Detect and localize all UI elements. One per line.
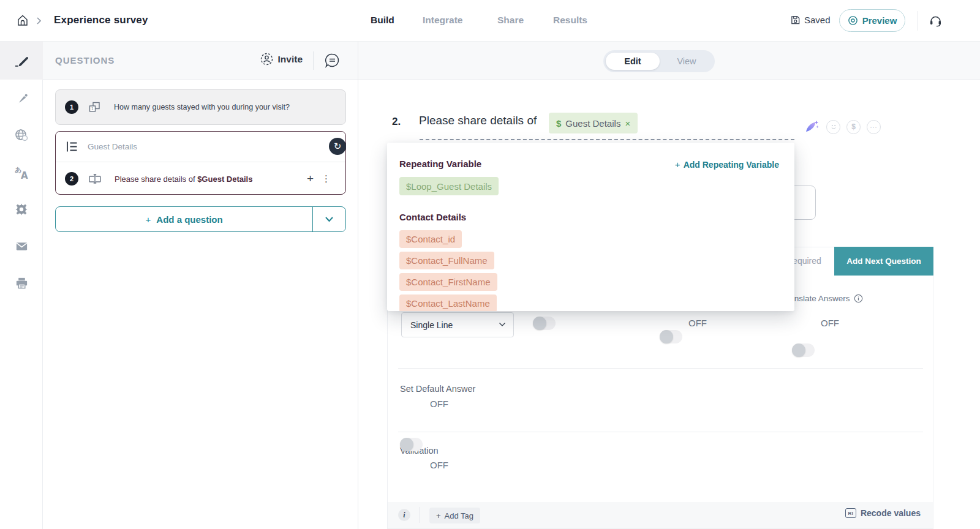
translate-answers-state: OFF <box>821 318 839 328</box>
default-answer-toggle[interactable] <box>400 438 423 451</box>
contact-variable-chip[interactable]: $Contact_id <box>399 230 462 248</box>
tab-integrate[interactable]: Integrate <box>423 15 462 26</box>
tool-rail: あ A <box>0 42 43 529</box>
add-inline-question-icon[interactable]: + <box>307 172 314 186</box>
add-question-dropdown[interactable] <box>312 207 345 231</box>
tab-build[interactable]: Build <box>371 15 394 26</box>
tab-share[interactable]: Share <box>497 15 524 26</box>
edit-view-toggle[interactable]: Edit View <box>603 50 715 72</box>
setting-toggle-1[interactable] <box>533 317 556 330</box>
rail-item-language[interactable] <box>0 116 43 154</box>
rail-item-settings[interactable] <box>0 190 43 228</box>
question-2-variable: $Guest Details <box>197 174 252 184</box>
plus-icon: + <box>146 214 151 225</box>
tab-results[interactable]: Results <box>553 15 587 26</box>
questions-panel: QUESTIONS Invite 1 <box>43 42 358 529</box>
validation-state: OFF <box>430 460 448 470</box>
invite-person-icon <box>260 53 273 66</box>
question-number: 2. <box>392 116 401 128</box>
gear-icon <box>14 202 29 217</box>
text-input-icon <box>88 171 102 186</box>
svg-text:A: A <box>21 170 28 181</box>
question-variable-chip[interactable]: $ Guest Details × <box>549 113 638 133</box>
list-group-icon <box>65 140 79 154</box>
opinion-scale-icon: 1 <box>88 100 102 114</box>
question-number-badge: 2 <box>65 172 78 186</box>
variable-picker-panel: Repeating Variable + Add Repeating Varia… <box>387 143 794 311</box>
add-tag-button[interactable]: + Add Tag <box>429 508 480 523</box>
add-repeating-variable-button[interactable]: + Add Repeating Variable <box>675 159 779 170</box>
paintbrush-icon <box>15 92 29 106</box>
question-list-item-2[interactable]: 2 Please share details of $Guest Details… <box>56 163 345 195</box>
contact-variable-chip[interactable]: $Contact_FullName <box>399 252 494 269</box>
contact-details-title: Contact Details <box>399 212 466 222</box>
question-group-card: Guest Details ↻ 2 Please share details o… <box>55 131 346 195</box>
footer-divider <box>420 507 420 523</box>
envelope-icon <box>15 239 29 253</box>
more-options-icon[interactable]: ... <box>867 120 881 134</box>
invite-button[interactable]: Invite <box>260 53 303 66</box>
recode-values-button[interactable]: RI Recode values <box>845 508 921 518</box>
rail-item-build[interactable] <box>0 42 43 80</box>
recode-values-label: Recode values <box>861 508 921 518</box>
remove-variable-icon[interactable]: × <box>625 118 630 129</box>
question-action-icons: $ ... <box>804 119 881 135</box>
rail-item-print[interactable] <box>0 264 43 302</box>
toggle-2-state: OFF <box>688 318 707 328</box>
set-default-answer-label: Set Default Answer <box>400 384 475 394</box>
preview-eye-icon <box>848 15 858 26</box>
setting-toggle-2[interactable] <box>660 330 682 343</box>
contact-variable-chip[interactable]: $Contact_FirstName <box>399 273 497 291</box>
loop-variable-chip[interactable]: $Loop_Guest Details <box>399 177 499 195</box>
footer-info-icon[interactable]: i <box>398 509 410 521</box>
mode-edit-segment[interactable]: Edit <box>606 53 660 70</box>
add-next-question-button[interactable]: Add Next Question <box>834 247 933 276</box>
settings-divider <box>398 368 923 369</box>
rail-item-email[interactable] <box>0 227 43 265</box>
answer-type-value: Single Line <box>410 320 453 330</box>
variable-insert-icon[interactable]: $ <box>846 120 861 134</box>
canvas-top-strip: Edit View <box>358 42 980 80</box>
kebab-menu-icon[interactable]: ⋮ <box>322 173 331 184</box>
add-question-button[interactable]: + Add a question <box>55 206 346 232</box>
dollar-symbol: $ <box>556 118 561 129</box>
ai-wing-icon[interactable] <box>804 119 820 135</box>
translate-answers-toggle[interactable] <box>792 343 815 357</box>
headset-support-icon[interactable] <box>929 14 942 28</box>
variable-chip-label: Guest Details <box>565 118 620 129</box>
preview-button[interactable]: Preview <box>839 9 905 32</box>
rail-item-translate[interactable]: あ A <box>0 154 43 192</box>
add-question-label: Add a question <box>156 214 222 225</box>
contact-variable-chip[interactable]: $Contact_LastName <box>399 295 497 311</box>
info-icon[interactable] <box>854 294 863 303</box>
mode-view-segment[interactable]: View <box>662 53 711 70</box>
edit-pencil-icon <box>14 53 29 68</box>
questions-panel-title: QUESTIONS <box>55 55 115 66</box>
page-title: Experience survey <box>54 14 148 26</box>
save-icon <box>790 15 801 25</box>
loop-repeat-icon[interactable]: ↻ <box>329 138 346 155</box>
add-question-main[interactable]: + Add a question <box>56 207 312 231</box>
home-icon[interactable] <box>16 13 29 27</box>
emoji-icon[interactable] <box>826 120 840 134</box>
invite-label: Invite <box>278 54 303 65</box>
add-repeating-variable-label: Add Repeating Variable <box>684 160 779 170</box>
header-divider <box>918 11 918 31</box>
comments-button[interactable] <box>324 52 341 71</box>
question-title-underline <box>420 139 794 140</box>
default-answer-state: OFF <box>430 399 448 409</box>
answer-type-select[interactable]: Single Line <box>401 312 514 337</box>
translate-icon: あ A <box>13 165 29 181</box>
plus-icon: + <box>436 511 441 520</box>
questions-panel-header: QUESTIONS Invite <box>43 42 358 80</box>
question-title-text[interactable]: Please share details of <box>419 114 537 127</box>
question-1-text: How many guests stayed with you during y… <box>114 103 290 111</box>
recode-icon: RI <box>845 508 856 518</box>
group-title-input[interactable]: Guest Details <box>88 142 137 151</box>
app-root: Experience survey Build Integrate Share … <box>0 0 980 529</box>
group-header[interactable]: Guest Details ↻ <box>56 132 345 162</box>
rail-item-design[interactable] <box>0 80 43 118</box>
printer-icon <box>15 276 29 290</box>
settings-divider <box>398 432 923 432</box>
question-list-item-1[interactable]: 1 1 How many guests stayed with you duri… <box>55 89 346 125</box>
